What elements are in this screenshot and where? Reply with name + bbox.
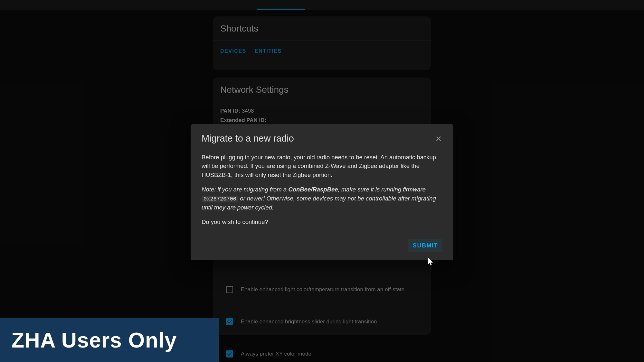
- cursor-icon: [427, 257, 434, 266]
- note-mid: , make sure it is running firmware: [338, 186, 426, 193]
- close-button[interactable]: [435, 135, 442, 143]
- close-icon: [435, 135, 442, 143]
- banner-overlay: ZHA Users Only: [0, 318, 219, 362]
- modal-para1: Before plugging in your new radio, your …: [202, 153, 442, 179]
- modal-body: Before plugging in your new radio, your …: [202, 153, 442, 226]
- note-prefix: Note: if you are migrating from a: [202, 186, 288, 193]
- submit-button[interactable]: SUBMIT: [408, 239, 442, 252]
- modal-note: Note: if you are migrating from a ConBee…: [202, 185, 442, 212]
- modal-footer: SUBMIT: [202, 239, 442, 252]
- modal-title: Migrate to a new radio: [202, 133, 294, 144]
- modal-header: Migrate to a new radio: [202, 133, 442, 144]
- note-bold: ConBee/RaspBee: [288, 186, 338, 193]
- migrate-modal: Migrate to a new radio Before plugging i…: [191, 124, 453, 260]
- banner-text: ZHA Users Only: [11, 328, 177, 352]
- modal-continue: Do you wish to continue?: [202, 218, 442, 226]
- note-code: 0x26720700: [202, 196, 238, 202]
